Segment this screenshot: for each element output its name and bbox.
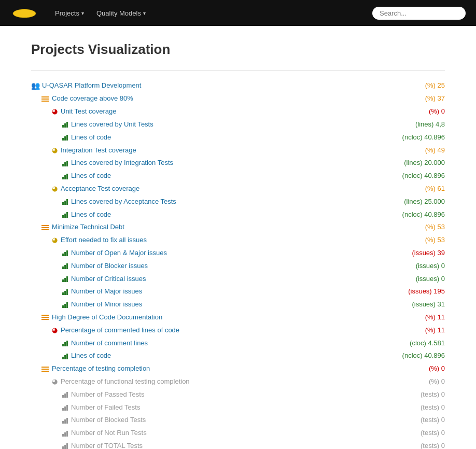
tree-item-value: (tests) 0 [421, 428, 445, 439]
tree-row: Number of TOTAL Tests(tests) 0 [31, 440, 445, 449]
tree-row: 👥U-QASAR Platform Development(%) 25 [31, 79, 445, 92]
bars-icon [62, 276, 68, 282]
tree-row: Number of Not Run Tests(tests) 0 [31, 427, 445, 440]
bars-icon [62, 212, 68, 218]
navbar: Projects ▾ Quality Models ▾ [0, 0, 476, 26]
lines-icon [41, 96, 49, 102]
tree-item-label[interactable]: Lines covered by Integration Tests [71, 158, 173, 169]
tree-item-value: (%) 11 [425, 325, 445, 336]
tree-item-label[interactable]: Effort needed to fix all issues [61, 235, 147, 246]
tree-row: Number of Minor issues(issues) 31 [31, 298, 445, 311]
tree-item-label[interactable]: Minimize Technical Debt [52, 222, 124, 233]
group-icon: 👥 [31, 80, 40, 91]
tree-item-value: (%) 25 [425, 80, 445, 91]
bars-icon [62, 263, 68, 269]
bars-icon [62, 391, 68, 398]
tree-item-value: (lines) 4,8 [415, 119, 445, 130]
tree-row: Number of Blocked Tests(tests) 0 [31, 414, 445, 427]
tree-item-label[interactable]: Number of Minor issues [71, 299, 142, 310]
tree-item-label[interactable]: High Degree of Code Documentation [52, 312, 162, 323]
tree-item-label: Number of Failed Tests [71, 402, 140, 413]
tree-row: Minimize Technical Debt(%) 53 [31, 221, 445, 234]
tree-item-label[interactable]: Number of Open & Major issues [71, 248, 167, 259]
tree-item-label[interactable]: Percentage of testing completion [52, 363, 150, 374]
tree-item-value: (%) 0 [429, 376, 445, 387]
projects-caret-icon: ▾ [81, 10, 84, 16]
tree-row: Number of Major issues(issues) 195 [31, 285, 445, 298]
tree-item-value: (%) 37 [425, 93, 445, 104]
bars-icon [62, 417, 68, 424]
tree-row: High Degree of Code Documentation(%) 11 [31, 311, 445, 324]
tree-item-label: Percentage of functional testing complet… [61, 376, 190, 387]
tree-item-value: (ncloc) 40.896 [402, 350, 445, 361]
tree-item-value: (tests) 0 [421, 402, 445, 413]
tree-item-value: (issues) 0 [416, 261, 445, 272]
bars-icon [62, 404, 68, 411]
tree-item-label[interactable]: Number of Blocker issues [71, 261, 148, 272]
tree-item-label[interactable]: Lines covered by Acceptance Tests [71, 197, 176, 207]
tree-item-label[interactable]: U-QASAR Platform Development [42, 80, 141, 91]
tree-item-label: Number of TOTAL Tests [71, 441, 143, 449]
lines-icon [41, 225, 49, 230]
tree-row: ◕Percentage of commented lines of code(%… [31, 324, 445, 337]
tree-item-value: (%) 11 [425, 312, 445, 323]
tree-item-label[interactable]: Code coverage above 80% [52, 93, 133, 104]
tree-item-label[interactable]: Lines of code [71, 171, 111, 181]
tree-item-value: (tests) 0 [421, 415, 445, 426]
tree-item-label[interactable]: Integration Test coverage [61, 145, 136, 156]
lines-icon [41, 367, 49, 372]
bars-icon [62, 199, 68, 205]
tree-item-label[interactable]: Percentage of commented lines of code [61, 325, 179, 336]
search-input[interactable] [372, 7, 466, 20]
tree-item-label[interactable]: Acceptance Test coverage [61, 184, 139, 194]
tree-item-value: (%) 61 [425, 184, 445, 194]
tree-item-value: (lines) 20.000 [404, 158, 445, 169]
lines-icon [41, 315, 49, 320]
tree-item-label[interactable]: Lines covered by Unit Tests [71, 119, 153, 130]
divider [31, 70, 445, 71]
tree-item-value: (%) 0 [429, 363, 445, 374]
tree: 👥U-QASAR Platform Development(%) 25 Code… [31, 79, 445, 449]
tree-item-label: Number of Not Run Tests [71, 428, 147, 439]
tree-item-value: (cloc) 4.581 [410, 338, 445, 349]
tree-row: Lines covered by Acceptance Tests(lines)… [31, 195, 445, 208]
tree-item-label[interactable]: Number of comment lines [71, 338, 148, 349]
tree-item-label: Number of Passed Tests [71, 389, 144, 400]
tree-item-label[interactable]: Number of Major issues [71, 286, 142, 297]
tree-row: Lines of code(ncloc) 40.896 [31, 349, 445, 362]
tree-item-value: (issues) 195 [408, 286, 445, 297]
tree-row: Lines of code(ncloc) 40.896 [31, 170, 445, 183]
tree-row: ◕Effort needed to fix all issues(%) 53 [31, 234, 445, 247]
page-title: Projects Visualization [31, 41, 445, 58]
tree-item-value: (issues) 39 [412, 248, 445, 259]
tree-row: Lines covered by Integration Tests(lines… [31, 157, 445, 170]
tree-row: Lines of code(ncloc) 40.896 [31, 208, 445, 221]
tree-item-label[interactable]: Lines of code [71, 132, 111, 143]
tree-row: ◕Integration Test coverage(%) 49 [31, 144, 445, 157]
logo[interactable] [10, 5, 38, 21]
tree-item-label[interactable]: Lines of code [71, 350, 111, 361]
tree-item-label[interactable]: Number of Critical issues [71, 274, 146, 285]
tree-item-value: (tests) 0 [421, 441, 445, 449]
tree-item-value: (ncloc) 40.896 [402, 209, 445, 220]
tree-row: Number of comment lines(cloc) 4.581 [31, 337, 445, 350]
bars-icon [62, 289, 68, 295]
nav-projects[interactable]: Projects ▾ [49, 0, 90, 26]
bars-icon [62, 443, 68, 449]
tree-item-value: (%) 49 [425, 145, 445, 156]
tree-item-label[interactable]: Lines of code [71, 209, 111, 220]
nav-quality-models[interactable]: Quality Models ▾ [90, 0, 152, 26]
tree-row: ◕Unit Test coverage(%) 0 [31, 105, 445, 118]
tree-row: ◕Percentage of functional testing comple… [31, 375, 445, 388]
tree-row: Lines covered by Unit Tests(lines) 4,8 [31, 118, 445, 131]
tree-item-label: Number of Blocked Tests [71, 415, 146, 426]
tree-row: ◕Acceptance Test coverage(%) 61 [31, 183, 445, 195]
tree-item-value: (lines) 25.000 [404, 197, 445, 207]
tree-row: Number of Failed Tests(tests) 0 [31, 401, 445, 414]
tree-item-value: (ncloc) 40.896 [402, 132, 445, 143]
bars-icon [62, 173, 68, 179]
tree-item-value: (issues) 31 [412, 299, 445, 310]
tree-item-label[interactable]: Unit Test coverage [61, 106, 116, 117]
search-container [372, 7, 466, 20]
bars-icon [62, 430, 68, 437]
